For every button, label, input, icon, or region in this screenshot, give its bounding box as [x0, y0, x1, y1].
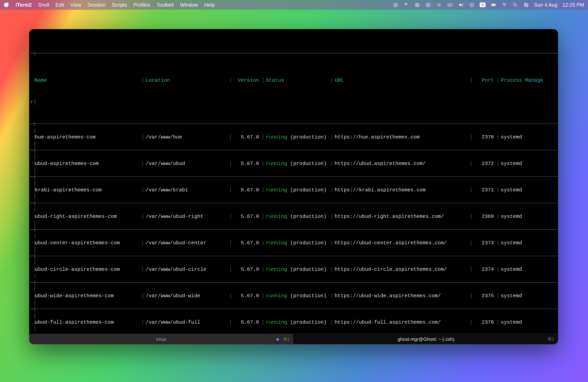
tab-label: ghost-mgr@Ghost: ~ (-zsh) — [398, 337, 454, 342]
cell-name: krabi-aspirethemes-com — [35, 188, 140, 192]
terminal-output[interactable]: ─┼ ─────────────────────────────────────… — [29, 29, 558, 334]
cell-location: /var/www/ubud — [146, 161, 228, 166]
spotlight-search-icon[interactable] — [512, 2, 518, 8]
menu-session[interactable]: Session — [87, 2, 105, 8]
cell-version: 5.67.0 — [233, 267, 260, 272]
control-center-icon[interactable] — [523, 2, 529, 8]
svg-point-3 — [427, 4, 429, 6]
menu-view[interactable]: View — [70, 2, 81, 8]
menu-toolbelt[interactable]: Toolbelt — [157, 2, 174, 8]
cell-url: https://ubud-center.aspirethemes.com/ — [335, 240, 468, 245]
cell-location: /var/www/krabi — [146, 188, 228, 192]
dropbox-icon[interactable] — [403, 2, 409, 8]
play-circle-icon[interactable] — [469, 2, 475, 8]
cell-status: running (production) — [266, 188, 329, 192]
volume-icon[interactable] — [458, 2, 464, 8]
cell-status: running (production) — [266, 293, 329, 298]
svg-point-4 — [438, 4, 440, 6]
svg-rect-13 — [524, 5, 528, 7]
svg-rect-9 — [495, 4, 496, 5]
cell-version: 5.67.0 — [233, 240, 260, 245]
col-header-name: Name — [35, 78, 140, 83]
cell-port: 2374 — [474, 267, 495, 272]
col-header-port: Port — [474, 78, 495, 83]
apple-logo-icon[interactable] — [4, 1, 9, 8]
cell-name: hue-aspirethemes-com — [35, 135, 140, 140]
brightness-icon[interactable] — [436, 2, 442, 8]
tab-shortcut: ⌘1 — [276, 337, 290, 342]
cell-version: 5.67.0 — [233, 214, 260, 219]
wifi-icon[interactable] — [502, 2, 507, 8]
svg-rect-12 — [524, 3, 528, 5]
table-row: │ubud-right-aspirethemes-com│/var/www/ub… — [29, 213, 558, 220]
cell-port: 2371 — [474, 188, 495, 192]
tab-shortcut: ⌘2 — [547, 337, 554, 342]
menu-help[interactable]: Help — [204, 2, 215, 8]
svg-point-14 — [525, 3, 525, 4]
cell-url: https://ubud.aspirethemes.com/ — [335, 161, 468, 166]
cell-port: 2376 — [474, 320, 495, 325]
table-row: │ubud-center-aspirethemes-com│/var/www/u… — [29, 240, 558, 246]
cell-url: https://ubud-wide.aspirethemes.com/ — [335, 293, 468, 298]
menu-window[interactable]: Window — [180, 2, 198, 8]
table-row: │ubud-full-aspirethemes-com│/var/www/ubu… — [29, 319, 558, 326]
keyboard-icon[interactable] — [447, 2, 453, 8]
col-header-url: URL — [335, 78, 468, 83]
svg-point-10 — [504, 6, 504, 6]
target-icon[interactable] — [425, 2, 431, 8]
cell-process-manager: systemd — [501, 161, 558, 166]
cell-port: 2373 — [474, 240, 495, 245]
cell-process-manager: systemd — [501, 214, 558, 219]
terminal-window: ─┼ ─────────────────────────────────────… — [29, 29, 558, 344]
table-row: │ubud-aspirethemes-com│/var/www/ubud│5.6… — [29, 160, 558, 167]
cell-port: 2375 — [474, 293, 495, 298]
table-row: │ubud-wide-aspirethemes-com│/var/www/ubu… — [29, 293, 558, 299]
table-row: │krabi-aspirethemes-com│/var/www/krabi│5… — [29, 187, 558, 193]
svg-rect-8 — [492, 4, 495, 6]
cell-status: running (production) — [266, 240, 329, 245]
menu-shell[interactable]: Shell — [38, 2, 49, 8]
cell-status: running (production) — [266, 214, 329, 219]
cell-process-manager: systemd — [501, 240, 558, 245]
cell-name: ubud-center-aspirethemes-com — [35, 240, 140, 245]
table-header-row: │ Name │ Location │ Version │ Status │ U… — [29, 77, 558, 84]
notion-icon[interactable] — [414, 2, 420, 8]
menubar-app-name[interactable]: iTerm2 — [16, 2, 32, 8]
cell-version: 5.67.0 — [233, 188, 260, 192]
cell-location: /var/www/ubud-full — [146, 320, 228, 325]
menubar-clock[interactable]: 12:25 PM — [563, 2, 584, 8]
cell-status: running (production) — [266, 161, 329, 166]
cell-version: 5.67.0 — [233, 135, 260, 140]
cell-name: ubud-wide-aspirethemes-com — [35, 293, 140, 298]
cell-status: running (production) — [266, 267, 329, 272]
cell-url: https://krabi.aspirethemes.com — [335, 188, 468, 192]
battery-icon[interactable] — [491, 2, 496, 8]
col-header-status: Status — [266, 78, 329, 83]
cell-name: ubud-circle-aspirethemes-com — [35, 267, 140, 272]
input-source-indicator[interactable]: A — [480, 2, 485, 7]
cell-version: 5.67.0 — [233, 320, 260, 325]
cell-version: 5.67.0 — [233, 161, 260, 166]
cell-location: /var/www/hue — [146, 135, 228, 140]
menubar-date[interactable]: Sun 4 Aug — [534, 2, 557, 8]
menu-edit[interactable]: Edit — [55, 2, 64, 8]
col-header-version: Version — [233, 78, 260, 83]
svg-point-2 — [426, 3, 430, 7]
chatgpt-icon[interactable] — [393, 2, 399, 8]
menu-profiles[interactable]: Profiles — [133, 2, 150, 8]
menu-scripts[interactable]: Scripts — [112, 2, 127, 8]
cell-process-manager: systemd — [501, 188, 558, 192]
cell-location: /var/www/ubud-center — [146, 240, 228, 245]
cell-name: ubud-right-aspirethemes-com — [35, 214, 140, 219]
tab-ghost-mgr[interactable]: ghost-mgr@Ghost: ~ (-zsh) ⌘2 — [294, 334, 558, 344]
tab-tmux[interactable]: tmux ⌘1 — [29, 334, 294, 344]
cell-status: running (production) — [266, 320, 329, 325]
cell-status: running (production) — [266, 135, 329, 140]
svg-rect-5 — [448, 4, 452, 6]
cell-port: 2369 — [474, 214, 495, 219]
cell-location: /var/www/ubud-circle — [146, 267, 228, 272]
cell-location: /var/www/ubud-wide — [146, 293, 228, 298]
cell-process-manager: systemd — [501, 320, 558, 325]
cell-location: /var/www/ubud-right — [146, 214, 228, 219]
cell-port: 2372 — [474, 161, 495, 166]
